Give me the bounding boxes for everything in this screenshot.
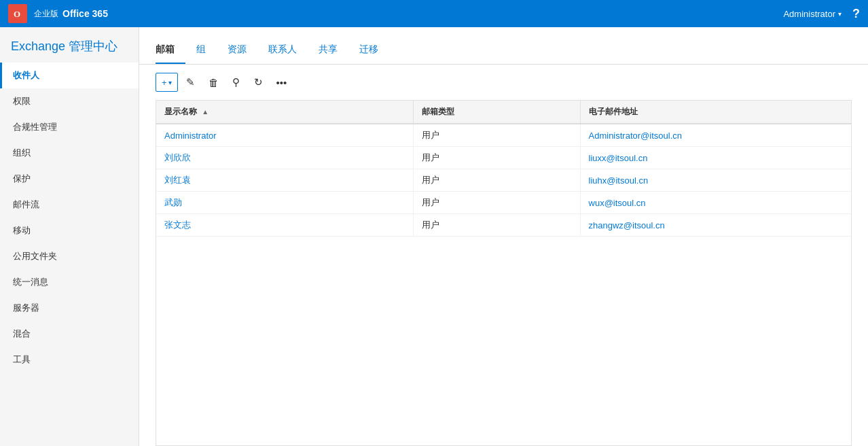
tab-mailbox[interactable]: 邮箱 [156,38,185,64]
name-link[interactable]: 武勋 [164,197,182,207]
edition-label: 企业版 [34,8,58,20]
name-link[interactable]: 刘红袁 [164,175,191,185]
email-link[interactable]: Administrator@itsoul.cn [589,131,682,141]
sidebar-item-mailflow[interactable]: 邮件流 [0,192,139,218]
cell-email[interactable]: zhangwz@itsoul.cn [580,214,851,237]
plus-icon: + [162,78,167,88]
sidebar-item-publicfolders[interactable]: 公用文件夹 [0,243,139,269]
table-row[interactable]: 刘欣欣用户liuxx@itsoul.cn [156,147,851,169]
nav-tabs: 邮箱组资源联系人共享迁移 [139,27,868,65]
chevron-down-icon: ▾ [838,10,842,18]
more-icon: ••• [276,77,287,88]
cell-email[interactable]: wux@itsoul.cn [580,192,851,214]
office-logo: O [8,4,27,23]
cell-email[interactable]: Administrator@itsoul.cn [580,124,851,147]
topbar-right: Administrator ▾ ? [783,7,860,21]
content-area: 邮箱组资源联系人共享迁移 + ▾ ✎ 🗑 ⚲ ↻ ••• [139,27,868,446]
sidebar-item-protection[interactable]: 保护 [0,166,139,192]
product-label: Office 365 [62,8,108,19]
table-header-row: 显示名称 ▲ 邮箱类型 电子邮件地址 [156,101,851,124]
cell-name[interactable]: 张文志 [156,214,414,237]
sidebar-item-permissions[interactable]: 权限 [0,88,139,114]
cell-name[interactable]: 刘红袁 [156,169,414,192]
email-link[interactable]: zhangwz@itsoul.cn [589,220,665,230]
help-button[interactable]: ? [852,7,860,21]
sidebar-item-unified[interactable]: 统一消息 [0,269,139,295]
search-button[interactable]: ⚲ [227,73,246,92]
tab-contacts[interactable]: 联系人 [268,38,308,64]
sidebar-item-compliance[interactable]: 合规性管理 [0,114,139,140]
sidebar-item-recipients[interactable]: 收件人 [0,63,139,88]
sidebar-item-mobile[interactable]: 移动 [0,218,139,243]
col-header-type[interactable]: 邮箱类型 [414,101,581,124]
tab-shared[interactable]: 共享 [319,38,348,64]
user-menu[interactable]: Administrator ▾ [783,9,842,19]
edit-icon: ✎ [186,76,195,88]
toolbar: + ▾ ✎ 🗑 ⚲ ↻ ••• [139,65,868,100]
cell-type: 用户 [414,169,581,192]
add-button[interactable]: + ▾ [156,73,178,92]
sidebar: Exchange 管理中心 收件人权限合规性管理组织保护邮件流移动公用文件夹统一… [0,27,139,446]
cell-name[interactable]: Administrator [156,124,414,147]
sidebar-item-organization[interactable]: 组织 [0,140,139,166]
cell-type: 用户 [414,192,581,214]
table-row[interactable]: 武勋用户wux@itsoul.cn [156,192,851,214]
cell-email[interactable]: liuxx@itsoul.cn [580,147,851,169]
cell-type: 用户 [414,147,581,169]
name-link[interactable]: 刘欣欣 [164,152,191,162]
edit-button[interactable]: ✎ [181,73,200,92]
tab-resource[interactable]: 资源 [228,38,257,64]
cell-type: 用户 [414,124,581,147]
search-icon: ⚲ [232,76,240,88]
topbar: O 企业版 Office 365 Administrator ▾ ? [0,0,868,27]
app-title: Exchange 管理中心 [0,27,139,63]
col-header-email[interactable]: 电子邮件地址 [580,101,851,124]
cell-name[interactable]: 武勋 [156,192,414,214]
mailbox-table: 显示名称 ▲ 邮箱类型 电子邮件地址 Administrator用户Admini… [156,100,852,446]
sidebar-item-hybrid[interactable]: 混合 [0,321,139,347]
cell-type: 用户 [414,214,581,237]
refresh-button[interactable]: ↻ [249,73,268,92]
col-header-name[interactable]: 显示名称 ▲ [156,101,414,124]
tab-group[interactable]: 组 [196,38,217,64]
name-link[interactable]: Administrator [164,131,217,141]
chevron-down-icon: ▾ [168,79,172,86]
sidebar-item-tools[interactable]: 工具 [0,347,139,373]
tab-migration[interactable]: 迁移 [359,38,389,64]
main-layout: Exchange 管理中心 收件人权限合规性管理组织保护邮件流移动公用文件夹统一… [0,27,868,446]
svg-text:O: O [14,9,20,19]
refresh-icon: ↻ [254,76,263,88]
email-link[interactable]: liuxx@itsoul.cn [589,153,648,163]
sidebar-item-servers[interactable]: 服务器 [0,295,139,321]
email-link[interactable]: liuhx@itsoul.cn [589,175,649,186]
email-link[interactable]: wux@itsoul.cn [589,198,646,208]
cell-email[interactable]: liuhx@itsoul.cn [580,169,851,192]
more-button[interactable]: ••• [271,73,293,92]
trash-icon: 🗑 [209,77,219,88]
sort-icon: ▲ [202,108,209,116]
table-row[interactable]: 张文志用户zhangwz@itsoul.cn [156,214,851,237]
name-link[interactable]: 张文志 [164,220,191,230]
table-row[interactable]: 刘红袁用户liuhx@itsoul.cn [156,169,851,192]
cell-name[interactable]: 刘欣欣 [156,147,414,169]
delete-button[interactable]: 🗑 [203,73,224,92]
table-row[interactable]: Administrator用户Administrator@itsoul.cn [156,124,851,147]
username-label: Administrator [783,9,835,19]
